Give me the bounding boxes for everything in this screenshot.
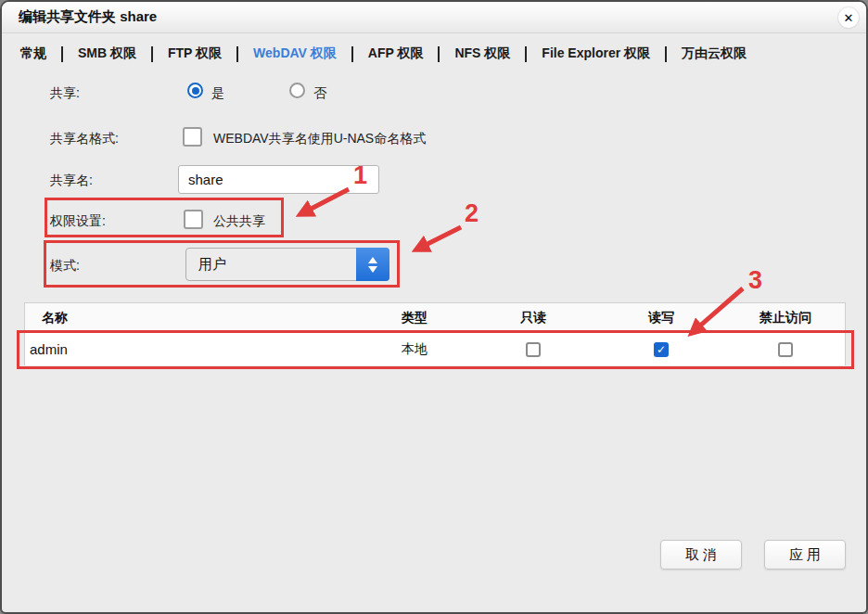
tab-separator — [438, 46, 440, 62]
table-header: 名称 类型 只读 读写 禁止访问 — [25, 303, 845, 333]
row-user-type: 本地 — [402, 333, 428, 365]
tab-separator — [351, 46, 353, 62]
tab-separator — [236, 46, 238, 62]
column-read-only: 只读 — [505, 303, 561, 332]
no-access-checkbox[interactable] — [778, 342, 793, 357]
tab-webdav[interactable]: WebDAV 权限 — [240, 45, 350, 62]
permission-label: 权限设置: — [50, 213, 106, 230]
close-icon: ✕ — [844, 11, 854, 25]
permissions-table: 名称 类型 只读 读写 禁止访问 admin 本地 ✓ — [24, 302, 846, 365]
row-user-name: admin — [30, 333, 68, 365]
tab-nfs[interactable]: NFS 权限 — [441, 45, 523, 62]
tab-separator — [665, 46, 667, 62]
close-button[interactable]: ✕ — [838, 7, 859, 28]
chevron-up-icon — [368, 257, 377, 263]
tab-general[interactable]: 常规 — [20, 45, 59, 62]
share-yes-radio[interactable] — [187, 83, 203, 98]
dialog-title: 编辑共享文件夹 share — [19, 8, 157, 26]
share-label: 共享: — [50, 85, 80, 102]
mode-label: 模式: — [50, 258, 80, 275]
name-format-label: 共享名格式: — [50, 131, 119, 147]
title-bar: 编辑共享文件夹 share ✕ — [2, 2, 866, 33]
tab-separator — [151, 46, 153, 62]
table-row: admin 本地 ✓ — [25, 333, 845, 365]
read-write-checkbox[interactable]: ✓ — [654, 342, 669, 357]
public-share-checkbox[interactable] — [184, 210, 203, 229]
tab-separator — [525, 46, 527, 62]
name-format-checkbox[interactable] — [183, 127, 202, 147]
mode-select-value: 用户 — [198, 256, 226, 274]
column-type: 类型 — [402, 303, 428, 332]
annotation-number-2: 2 — [465, 199, 479, 228]
cancel-button[interactable]: 取 消 — [660, 540, 742, 569]
tab-smb[interactable]: SMB 权限 — [65, 45, 149, 62]
tab-afp[interactable]: AFP 权限 — [355, 45, 437, 62]
spinner-button[interactable] — [356, 248, 389, 281]
apply-button[interactable]: 应 用 — [764, 540, 846, 569]
share-no-label: 否 — [313, 85, 326, 102]
column-name: 名称 — [42, 303, 68, 332]
name-format-checkbox-label: WEBDAV共享名使用U-NAS命名格式 — [213, 131, 426, 147]
column-read-write: 读写 — [633, 303, 689, 332]
share-name-input[interactable] — [178, 165, 379, 194]
annotation-number-3: 3 — [748, 266, 762, 295]
share-name-label: 共享名: — [50, 173, 93, 189]
share-no-radio[interactable] — [289, 83, 305, 98]
tab-ftp[interactable]: FTP 权限 — [155, 45, 235, 62]
tab-bar: 常规 SMB 权限 FTP 权限 WebDAV 权限 AFP 权限 NFS 权限… — [20, 39, 857, 69]
read-only-checkbox[interactable] — [526, 342, 541, 357]
tab-separator — [61, 46, 63, 62]
column-no-access: 禁止访问 — [748, 303, 823, 332]
tab-file-explorer[interactable]: File Explorer 权限 — [529, 45, 663, 62]
chevron-down-icon — [368, 266, 377, 273]
mode-select[interactable]: 用户 — [185, 248, 389, 281]
tab-wanyou-cloud[interactable]: 万由云权限 — [669, 45, 760, 62]
check-icon: ✓ — [657, 343, 666, 356]
radio-dot — [192, 87, 199, 95]
share-yes-label: 是 — [211, 85, 224, 102]
public-share-checkbox-label: 公共共享 — [213, 213, 265, 230]
edit-shared-folder-dialog: 编辑共享文件夹 share ✕ 常规 SMB 权限 FTP 权限 WebDAV … — [0, 0, 868, 614]
